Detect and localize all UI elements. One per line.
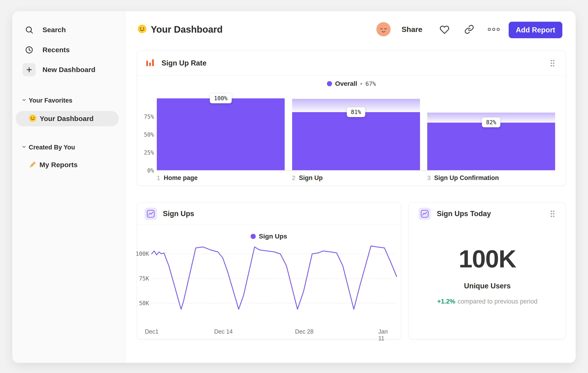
drag-handle-icon[interactable] bbox=[550, 210, 555, 218]
funnel-value-chip: 81% bbox=[347, 107, 365, 117]
metric-label: Unique Users bbox=[409, 282, 566, 290]
legend-dot bbox=[251, 234, 256, 239]
line-y-tick: 75K bbox=[139, 275, 149, 282]
card-header: Sign Up Rate bbox=[137, 51, 566, 76]
funnel-y-tick: 50% bbox=[144, 131, 154, 138]
funnel-step-label: 2Sign Up bbox=[292, 174, 323, 181]
sidebar-item-search[interactable]: Search bbox=[12, 22, 125, 37]
smiley-emoji-icon bbox=[29, 114, 37, 123]
section-your-favorites[interactable]: Your Favorites bbox=[21, 97, 72, 104]
line-y-tick: 50K bbox=[139, 300, 149, 307]
funnel-step-label: 1Home page bbox=[157, 174, 198, 181]
share-button[interactable]: Share bbox=[402, 25, 422, 34]
funnel-y-tick: 0% bbox=[147, 167, 154, 174]
dashboard-emoji-icon bbox=[137, 24, 147, 34]
page-title-text: Your Dashboard bbox=[151, 24, 223, 35]
card-title: Sign Ups bbox=[163, 210, 194, 218]
funnel-legend: Overall • 67% bbox=[137, 76, 566, 92]
search-icon bbox=[23, 25, 36, 34]
sidebar-item-label: My Reports bbox=[39, 161, 77, 169]
funnel-bar-solid bbox=[292, 112, 420, 170]
sidebar-item-my-reports[interactable]: My Reports bbox=[12, 157, 125, 172]
funnel-step-labels: 1Home page2Sign Up3Sign Up Confirmation bbox=[157, 174, 555, 182]
copy-link-icon[interactable] bbox=[464, 24, 474, 34]
sidebar-item-new-dashboard[interactable]: New Dashboard bbox=[12, 62, 125, 77]
funnel-step-label: 3Sign Up Confirmation bbox=[427, 174, 499, 181]
drag-handle-icon[interactable] bbox=[550, 59, 555, 67]
clock-icon bbox=[23, 45, 36, 54]
app-window: Search Recents New Dashboard Your Favori… bbox=[12, 11, 576, 363]
funnel-bar-step-3[interactable]: 82% bbox=[427, 99, 555, 170]
legend-label: Overall bbox=[335, 80, 357, 87]
sign-ups-card: Sign Ups Sign Ups 100K75K50K Dec1Dec 14D… bbox=[137, 202, 401, 339]
funnel-bar-step-1[interactable]: 100% bbox=[157, 99, 285, 170]
card-header: Sign Ups bbox=[137, 202, 401, 225]
sidebar-item-label: Search bbox=[42, 26, 66, 34]
section-title: Your Favorites bbox=[29, 97, 72, 104]
card-title: Sign Up Rate bbox=[161, 59, 207, 67]
funnel-y-axis: 0%25%50%75% bbox=[137, 99, 154, 171]
chevron-down-icon bbox=[21, 144, 27, 150]
line-y-tick: 100K bbox=[136, 251, 149, 257]
line-x-tick: Jan 11 bbox=[378, 328, 391, 342]
sidebar-item-your-dashboard-selected[interactable]: Your Dashboard bbox=[16, 111, 119, 126]
main-content: Your Dashboard Share Add Report Sign Up … bbox=[125, 11, 576, 363]
metric-delta: +1.2%compared to previous period bbox=[409, 298, 566, 305]
sidebar-item-recents[interactable]: Recents bbox=[12, 42, 125, 57]
funnel-bar-solid bbox=[427, 123, 555, 171]
add-report-button[interactable]: Add Report bbox=[509, 22, 562, 38]
pencil-emoji-icon bbox=[26, 161, 39, 169]
funnel-y-tick: 25% bbox=[144, 150, 154, 156]
funnel-value-chip: 100% bbox=[210, 93, 232, 103]
legend-label: Sign Ups bbox=[259, 233, 287, 240]
line-chart-icon bbox=[419, 208, 431, 220]
line-chart-icon bbox=[145, 208, 157, 220]
funnel-bar-solid bbox=[157, 98, 285, 170]
section-created-by-you[interactable]: Created By You bbox=[21, 144, 75, 151]
favorite-heart-icon[interactable] bbox=[439, 24, 450, 34]
sign-up-rate-card: Sign Up Rate Overall • 67% 0%25%50%75% 1… bbox=[137, 50, 566, 186]
legend-separator: • bbox=[360, 80, 362, 87]
plus-icon bbox=[23, 63, 36, 76]
funnel-plot[interactable]: 100%81%82% bbox=[157, 99, 555, 171]
sidebar-item-label: Your Dashboard bbox=[40, 115, 94, 123]
line-x-tick: Dec 28 bbox=[295, 328, 314, 335]
delta-note: compared to previous period bbox=[458, 298, 537, 305]
funnel-value-chip: 82% bbox=[482, 118, 500, 127]
delta-percent: +1.2% bbox=[437, 298, 455, 305]
bar-chart-icon bbox=[145, 57, 155, 69]
funnel-bar-step-2[interactable]: 81% bbox=[292, 99, 420, 170]
line-plot[interactable] bbox=[152, 243, 397, 317]
line-x-tick: Dec1 bbox=[145, 328, 158, 335]
line-x-axis: Dec1Dec 14Dec 28Jan 11 bbox=[152, 328, 397, 336]
line-y-axis: 100K75K50K bbox=[137, 243, 149, 317]
more-options-icon[interactable] bbox=[487, 26, 500, 33]
metric-value: 100K bbox=[409, 245, 566, 272]
card-header: Sign Ups Today bbox=[409, 202, 566, 225]
sidebar-item-label: Recents bbox=[42, 46, 70, 54]
line-x-tick: Dec 14 bbox=[214, 328, 233, 335]
page-title: Your Dashboard bbox=[137, 23, 223, 36]
user-avatar[interactable] bbox=[376, 22, 391, 36]
sidebar: Search Recents New Dashboard Your Favori… bbox=[12, 11, 125, 363]
sidebar-item-label: New Dashboard bbox=[42, 66, 95, 74]
funnel-y-tick: 75% bbox=[144, 113, 154, 120]
chevron-down-icon bbox=[21, 97, 27, 103]
legend-value: 67% bbox=[365, 81, 376, 87]
card-title: Sign Ups Today bbox=[437, 210, 491, 218]
legend-dot bbox=[327, 81, 332, 86]
section-title: Created By You bbox=[29, 144, 75, 151]
sign-ups-today-card: Sign Ups Today 100K Unique Users +1.2%co… bbox=[409, 202, 566, 339]
